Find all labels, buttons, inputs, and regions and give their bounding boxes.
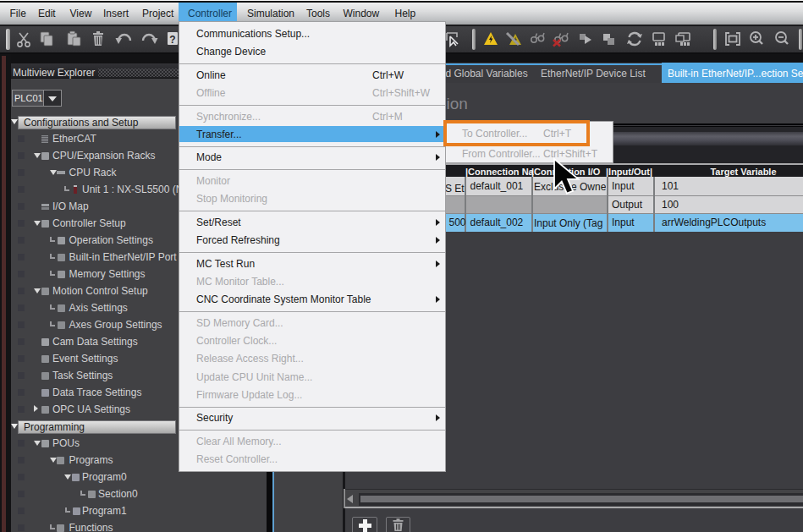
svg-text:?: ?: [169, 34, 175, 46]
